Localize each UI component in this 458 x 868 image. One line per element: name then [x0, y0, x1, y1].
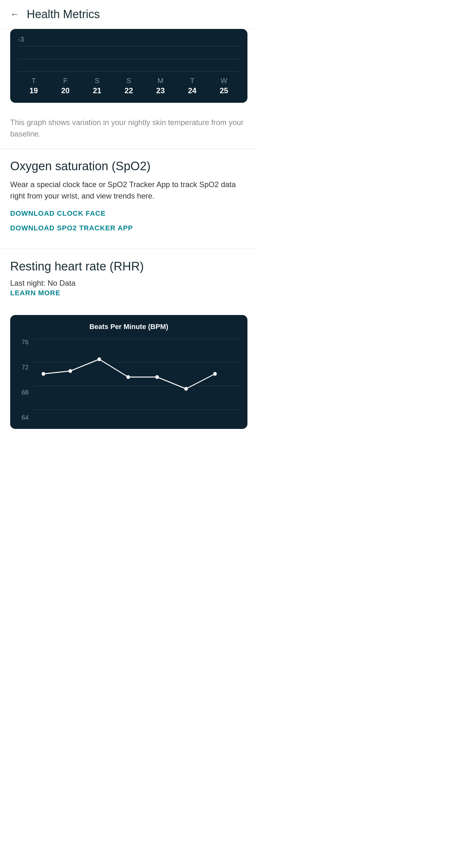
bpm-y-axis: 76 72 68 64 — [18, 339, 31, 421]
skin-temp-chart: -3 T 19 F 20 S 21 S 22 M 23 T 24 — [10, 29, 248, 103]
download-clock-face-button[interactable]: DOWNLOAD CLOCK FACE — [10, 209, 106, 218]
day-letter-6: T — [190, 77, 194, 85]
bpm-chart-title: Beats Per Minute (BPM) — [18, 323, 240, 331]
day-col-3: S 21 — [93, 77, 101, 95]
day-letter-4: S — [127, 77, 131, 85]
back-button[interactable]: ← — [10, 10, 19, 19]
bpm-y-tick-72: 72 — [18, 364, 31, 371]
day-num-2: 20 — [61, 86, 70, 95]
spo2-description: Wear a special clock face or SpO2 Tracke… — [10, 179, 248, 202]
chart-area — [18, 46, 240, 71]
download-spo2-tracker-button[interactable]: DOWNLOAD SPO2 TRACKER APP — [10, 224, 133, 232]
day-letter-1: T — [32, 77, 36, 85]
grid-line-top — [18, 46, 240, 46]
bpm-y-tick-76: 76 — [18, 339, 31, 346]
bpm-point-7 — [213, 372, 217, 376]
bpm-chart-inner: 76 72 68 64 — [18, 339, 240, 421]
rhr-subtitle: Last night: No Data — [10, 279, 248, 288]
rhr-section: Resting heart rate (RHR) Last night: No … — [0, 249, 258, 315]
page-title: Health Metrics — [27, 8, 100, 21]
bpm-y-tick-64: 64 — [18, 414, 31, 421]
day-letter-7: W — [221, 77, 227, 85]
bpm-chart-container: Beats Per Minute (BPM) 76 72 68 64 — [10, 315, 248, 429]
spo2-section: Oxygen saturation (SpO2) Wear a special … — [0, 149, 258, 249]
day-col-1: T 19 — [30, 77, 38, 95]
day-letter-2: F — [63, 77, 67, 85]
bpm-svg-chart — [33, 339, 240, 421]
bpm-point-5 — [155, 375, 159, 379]
spo2-title: Oxygen saturation (SpO2) — [10, 159, 248, 174]
day-letter-5: M — [158, 77, 163, 85]
header: ← Health Metrics — [0, 0, 258, 29]
bpm-point-4 — [126, 375, 130, 379]
day-labels: T 19 F 20 S 21 S 22 M 23 T 24 W 25 — [18, 77, 240, 95]
day-num-5: 23 — [156, 86, 165, 95]
day-num-4: 22 — [125, 86, 133, 95]
bpm-chart-plot — [33, 339, 240, 421]
rhr-learn-more-link[interactable]: LEARN MORE — [10, 289, 60, 297]
bpm-point-6 — [184, 387, 188, 391]
grid-line-mid — [18, 59, 240, 59]
day-col-4: S 22 — [125, 77, 133, 95]
day-col-2: F 20 — [61, 77, 70, 95]
chart-y-label: -3 — [18, 35, 240, 43]
bpm-point-2 — [68, 369, 72, 373]
day-col-5: M 23 — [156, 77, 165, 95]
day-num-6: 24 — [188, 86, 197, 95]
rhr-title: Resting heart rate (RHR) — [10, 259, 248, 274]
day-num-7: 25 — [220, 86, 228, 95]
day-col-6: T 24 — [188, 77, 197, 95]
bpm-point-1 — [42, 372, 45, 376]
day-col-7: W 25 — [220, 77, 228, 95]
bpm-line — [43, 359, 215, 389]
day-num-3: 21 — [93, 86, 101, 95]
bpm-y-tick-68: 68 — [18, 389, 31, 396]
day-num-1: 19 — [30, 86, 38, 95]
day-letter-3: S — [95, 77, 100, 85]
skin-temp-description: This graph shows variation in your night… — [0, 111, 258, 149]
bpm-point-3 — [97, 357, 101, 361]
